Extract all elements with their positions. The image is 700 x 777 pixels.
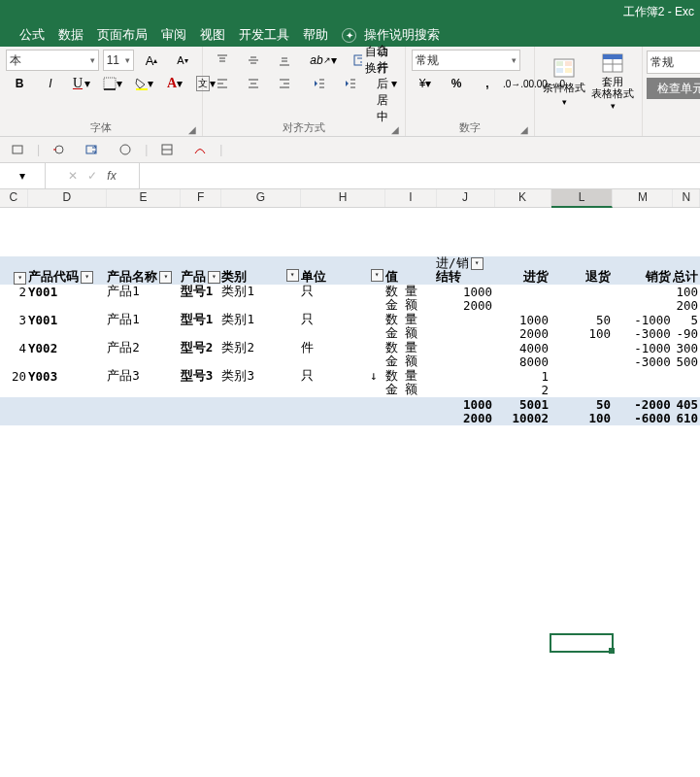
cell[interactable]: -3000: [613, 326, 673, 341]
align-top-button[interactable]: [209, 50, 236, 71]
border-button[interactable]: ▾: [99, 73, 126, 94]
dialog-launcher-icon[interactable]: ◢: [391, 124, 399, 135]
cell[interactable]: -1000: [613, 313, 673, 327]
cell[interactable]: -1000: [613, 341, 673, 355]
qat-btn-6[interactable]: [186, 139, 214, 160]
cell[interactable]: 型号1: [181, 284, 222, 300]
cell[interactable]: 50: [550, 313, 613, 327]
cell[interactable]: ▾: [0, 270, 28, 285]
formula-input[interactable]: [140, 163, 700, 188]
cell[interactable]: Y002: [28, 341, 107, 355]
fill-handle[interactable]: [609, 648, 615, 654]
tell-me[interactable]: 操作说明搜索: [364, 26, 440, 44]
col-header-H[interactable]: H: [301, 189, 386, 207]
cell[interactable]: 总计: [673, 269, 700, 286]
font-name-select[interactable]: 本▾: [6, 50, 99, 71]
tab-data[interactable]: 数据: [58, 26, 83, 44]
qat-btn-4[interactable]: [112, 139, 139, 160]
format-as-table-button[interactable]: 套用 表格格式▾: [589, 50, 636, 114]
cell[interactable]: 610: [673, 411, 700, 425]
col-header-N[interactable]: N: [673, 189, 700, 207]
cell[interactable]: 结转: [436, 269, 494, 286]
tab-view[interactable]: 视图: [200, 26, 225, 44]
cell[interactable]: 产品1: [107, 312, 180, 328]
cell[interactable]: 2000: [494, 326, 550, 341]
cell[interactable]: 100: [550, 411, 613, 425]
cell[interactable]: 1000: [494, 313, 550, 327]
indent-decrease-button[interactable]: [306, 73, 333, 94]
italic-button[interactable]: I: [37, 73, 64, 94]
cell[interactable]: 产品3: [107, 368, 180, 385]
cell[interactable]: -3000: [613, 355, 673, 369]
cell[interactable]: -2000: [613, 397, 673, 412]
cell[interactable]: 50: [550, 397, 613, 412]
cell[interactable]: 件: [301, 340, 385, 356]
align-middle-button[interactable]: [240, 50, 267, 71]
col-header-D[interactable]: D: [28, 189, 108, 207]
merge-center-button[interactable]: 合并后居中 ▾: [372, 73, 399, 94]
increase-decimal-button[interactable]: .0→.00: [505, 73, 532, 94]
check-cells-button[interactable]: 检查单元格: [647, 78, 700, 99]
comma-button[interactable]: ,: [474, 73, 501, 94]
cell[interactable]: 1000: [436, 285, 494, 299]
indent-increase-button[interactable]: [337, 73, 364, 94]
cell[interactable]: 2000: [436, 411, 494, 425]
dialog-launcher-icon[interactable]: ◢: [188, 124, 196, 135]
check-input[interactable]: 常规: [647, 51, 700, 74]
col-header-L[interactable]: L: [551, 189, 614, 208]
column-headers[interactable]: CDEFGHIJKLMN: [0, 189, 700, 208]
cell[interactable]: 产品2: [107, 340, 180, 356]
col-header-C[interactable]: C: [0, 189, 28, 207]
cell[interactable]: 5: [673, 313, 700, 327]
fill-color-button[interactable]: ▾: [130, 73, 157, 94]
col-header-G[interactable]: G: [221, 189, 301, 207]
cell[interactable]: 100: [550, 326, 613, 341]
cell[interactable]: Y003: [28, 369, 107, 384]
decrease-font-button[interactable]: A▾: [169, 50, 196, 71]
align-center-button[interactable]: [240, 73, 267, 94]
cell[interactable]: ↓ 只: [301, 368, 385, 385]
cell[interactable]: 2: [0, 285, 28, 299]
cell[interactable]: 只: [301, 284, 385, 300]
tab-formulas[interactable]: 公式: [19, 26, 45, 44]
cell[interactable]: 退货: [550, 269, 613, 286]
font-color-button[interactable]: A ▾: [161, 73, 188, 94]
align-right-button[interactable]: [271, 73, 298, 94]
align-left-button[interactable]: [209, 73, 236, 94]
qat-btn-5[interactable]: [153, 139, 181, 160]
cell[interactable]: 型号3: [181, 368, 222, 385]
cell[interactable]: 产品代码▾: [28, 269, 107, 286]
cell[interactable]: 1000: [436, 397, 494, 412]
underline-button[interactable]: U▾: [68, 73, 95, 94]
number-format-select[interactable]: 常规▾: [412, 50, 520, 71]
col-header-I[interactable]: I: [385, 189, 436, 207]
cell[interactable]: Y001: [28, 285, 107, 299]
cell[interactable]: 金 额: [385, 382, 436, 398]
cell[interactable]: 20: [0, 369, 28, 384]
cell[interactable]: 销货: [613, 269, 673, 286]
cell[interactable]: 200: [673, 298, 700, 313]
qat-btn-2[interactable]: [46, 139, 73, 160]
cell[interactable]: Y001: [28, 313, 107, 327]
cell[interactable]: 10002: [494, 411, 550, 425]
conditional-formatting-button[interactable]: 条件格式▾: [541, 50, 587, 114]
col-header-M[interactable]: M: [613, 189, 673, 207]
col-header-K[interactable]: K: [495, 189, 551, 207]
tab-page-layout[interactable]: 页面布局: [97, 26, 148, 44]
cell[interactable]: 1: [494, 369, 550, 384]
cell[interactable]: 500: [673, 355, 700, 369]
worksheet[interactable]: 进/销▾▾ 产品代码▾ 产品名称▾ 产品▾ 类别▾ 单位▾ 值结转进货退货销货总…: [0, 208, 700, 761]
cell[interactable]: 5001: [494, 397, 550, 412]
name-box[interactable]: ▾: [0, 163, 46, 188]
cell[interactable]: 类别1: [221, 312, 300, 328]
cell[interactable]: -6000: [613, 411, 673, 425]
accounting-button[interactable]: ¥▾: [412, 73, 439, 94]
cell[interactable]: 8000: [494, 355, 550, 369]
cell[interactable]: 405: [673, 397, 700, 412]
cell[interactable]: 类别2: [221, 340, 300, 356]
qat-btn-1[interactable]: [4, 139, 31, 160]
tell-me-icon[interactable]: ✦: [342, 28, 356, 43]
col-header-J[interactable]: J: [437, 189, 495, 207]
cell[interactable]: 型号2: [181, 340, 222, 356]
tab-developer[interactable]: 开发工具: [239, 26, 289, 44]
